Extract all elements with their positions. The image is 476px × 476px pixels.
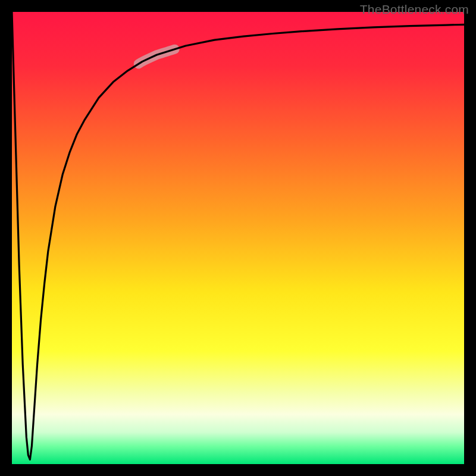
- chart-background-gradient: [12, 12, 464, 464]
- chart-container: TheBottleneck.com: [0, 0, 476, 476]
- watermark-label: TheBottleneck.com: [360, 2, 469, 17]
- bottleneck-chart: [0, 0, 476, 476]
